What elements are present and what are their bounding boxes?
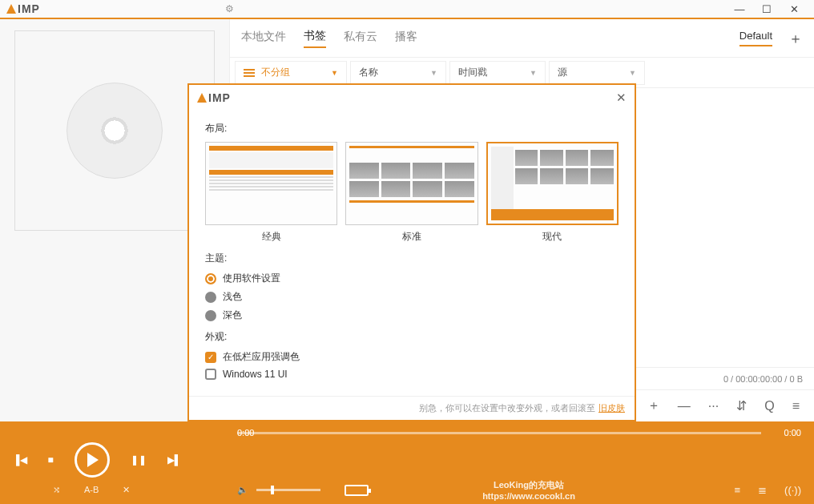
- visual-button[interactable]: ≣: [758, 484, 767, 496]
- volume-slider[interactable]: [256, 489, 320, 491]
- app-name: IMP: [18, 2, 40, 15]
- layout-option-modern[interactable]: 现代: [486, 142, 619, 244]
- chevron-down-icon: ▼: [430, 69, 437, 77]
- status-summary: 0 / 00:00:00:00 / 0 B: [723, 374, 803, 384]
- ab-repeat-button[interactable]: A-B: [84, 485, 99, 495]
- eq-button[interactable]: ≡: [734, 484, 740, 496]
- battery-icon: [345, 485, 369, 496]
- radio-icon: [205, 292, 216, 303]
- seek-bar[interactable]: [237, 432, 761, 434]
- col-source[interactable]: 源▼: [549, 61, 645, 85]
- layout-option-standard[interactable]: 标准: [345, 142, 478, 244]
- add-playlist-button[interactable]: ＋: [788, 29, 803, 48]
- checkbox-icon: [205, 369, 216, 380]
- list-menu-button[interactable]: ≡: [792, 399, 800, 413]
- play-icon: [87, 453, 99, 467]
- search-button[interactable]: Q: [764, 399, 774, 413]
- theme-section-label: 主题:: [205, 252, 619, 265]
- check-accent-bar[interactable]: ✓ 在低栏应用强调色: [205, 350, 619, 364]
- next-button[interactable]: ▶▌: [167, 454, 182, 466]
- dialog-footer-text: 别急，你可以在设置中改变外观，或者回滚至: [419, 402, 595, 414]
- repeat-button[interactable]: ✕: [123, 485, 130, 495]
- col-timestamp[interactable]: 时间戳▼: [449, 61, 546, 85]
- tab-private-cloud[interactable]: 私有云: [344, 30, 377, 47]
- hamburger-icon: [244, 67, 255, 79]
- checkbox-checked-icon: ✓: [205, 352, 216, 363]
- time-total: 0:00: [761, 428, 801, 437]
- chevron-down-icon: ▼: [331, 69, 338, 77]
- playlist-default-tab[interactable]: Default: [739, 30, 772, 46]
- player-bar: 0:00 0:00 ▐◀ ■ ❚❚ ▶▌ ⤭ A-B ✕ 🔈 LeoKing的充…: [0, 421, 814, 504]
- radio-checked-icon: [205, 273, 216, 284]
- appearance-section-label: 外观:: [205, 330, 619, 344]
- layout-section-label: 布局:: [205, 122, 619, 135]
- chevron-down-icon: ▼: [629, 69, 636, 77]
- radio-icon: [205, 310, 216, 321]
- window-close-button[interactable]: ✕: [780, 3, 808, 15]
- dialog-footer-link[interactable]: 旧皮肤: [598, 402, 625, 414]
- more-button[interactable]: ···: [708, 399, 719, 413]
- dialog-logo: IMP: [197, 91, 231, 104]
- tab-bookmarks[interactable]: 书签: [304, 29, 326, 48]
- check-win11-ui[interactable]: Windows 11 UI: [205, 369, 619, 380]
- tab-local-files[interactable]: 本地文件: [241, 30, 286, 47]
- volume-icon[interactable]: 🔈: [237, 485, 248, 495]
- logo-triangle-icon: [6, 4, 16, 14]
- chevron-down-icon: ▼: [530, 69, 537, 77]
- tab-podcast[interactable]: 播客: [395, 30, 417, 47]
- prev-button[interactable]: ▐◀: [13, 454, 27, 466]
- stop-button[interactable]: ■: [48, 454, 54, 466]
- col-name[interactable]: 名称▼: [350, 61, 446, 85]
- footer-credit: LeoKing的充电站 https://www.cocokl.cn: [369, 479, 689, 501]
- album-art-placeholder: [14, 30, 215, 231]
- shuffle-button[interactable]: ⤭: [53, 485, 60, 495]
- group-label: 不分组: [261, 66, 290, 79]
- theme-option-light[interactable]: 浅色: [205, 290, 619, 304]
- remove-button[interactable]: —: [678, 399, 691, 413]
- cast-button[interactable]: ((·)): [784, 484, 801, 496]
- window-maximize-button[interactable]: ☐: [753, 3, 780, 15]
- theme-option-dark[interactable]: 深色: [205, 308, 619, 322]
- appearance-dialog: IMP ✕ 布局: 经典: [187, 83, 636, 421]
- layout-option-classic[interactable]: 经典: [205, 142, 337, 244]
- dialog-close-button[interactable]: ✕: [616, 91, 627, 105]
- play-button[interactable]: [75, 442, 110, 478]
- main-tabs: 本地文件 书签 私有云 播客 Default ＋: [230, 19, 814, 58]
- app-logo: IMP: [6, 2, 40, 15]
- add-button[interactable]: ＋: [647, 397, 660, 414]
- window-minimize-button[interactable]: —: [726, 3, 753, 15]
- theme-option-software[interactable]: 使用软件设置: [205, 272, 619, 285]
- disc-icon: [66, 83, 163, 179]
- sort-button[interactable]: ⇵: [736, 398, 747, 413]
- pause-button[interactable]: ❚❚: [131, 454, 147, 466]
- settings-gear-icon[interactable]: ⚙: [225, 3, 234, 14]
- group-dropdown[interactable]: 不分组 ▼: [235, 61, 347, 85]
